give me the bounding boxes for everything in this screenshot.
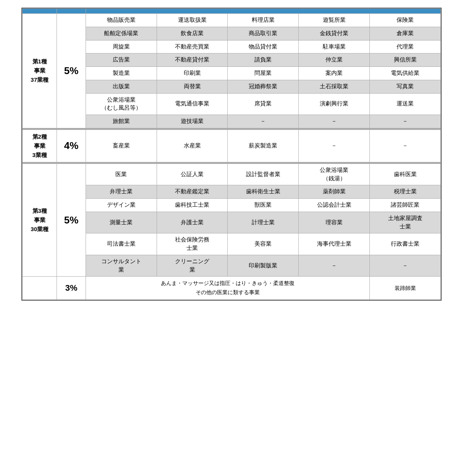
business-cell: 公認会計士業 [299, 199, 370, 212]
business-cell: 諸芸師匠業 [370, 199, 441, 212]
business-cell: － [299, 255, 370, 277]
business-cell: 代理業 [370, 40, 441, 53]
business-cell: 不動産売買業 [157, 40, 228, 53]
business-cell: 公衆浴場業 （むし風呂等） [86, 93, 157, 115]
business-cell: 設計監督者業 [228, 164, 299, 185]
business-cell: 電気供給業 [370, 67, 441, 80]
business-cell: 駐車場業 [299, 40, 370, 53]
business-cell: 旅館業 [86, 115, 157, 128]
business-cell: 歯科衛生士業 [228, 185, 299, 199]
business-cell: 問屋業 [228, 67, 299, 80]
business-cell: － [370, 130, 441, 162]
business-cell: 社会保険労務 士業 [157, 233, 228, 255]
business-cell: 物品販売業 [86, 14, 157, 27]
business-cell: 理容業 [299, 212, 370, 233]
table-row: 第1種 事業 37業種5%物品販売業運送取扱業料理店業遊覧所業保険業 [23, 14, 441, 27]
business-cell: 測量士業 [86, 212, 157, 233]
business-cell: 倉庫業 [370, 27, 441, 40]
business-cell: 歯科技工士業 [157, 199, 228, 212]
business-cell: 運送業 [370, 93, 441, 115]
business-cell: 不動産鑑定業 [157, 185, 228, 199]
business-cell: 印刷業 [157, 67, 228, 80]
business-cell: 電気通信事業 [157, 93, 228, 115]
business-cell: 冠婚葬祭業 [228, 80, 299, 93]
header-jigyou [86, 9, 440, 14]
business-cell: 畜産業 [86, 130, 157, 162]
business-cell: 写真業 [370, 80, 441, 93]
business-cell: 薪炭製造業 [228, 130, 299, 162]
business-cell: 土石採取業 [299, 80, 370, 93]
business-cell: 席貸業 [228, 93, 299, 115]
business-cell: 計理士業 [228, 212, 299, 233]
table-row: 第3種 事業 30業種5%医業公証人業設計監督者業公衆浴場業 （銭湯）歯科医業 [23, 164, 441, 185]
table-row: 第2種 事業 3業種4%畜産業水産業薪炭製造業－－ [23, 130, 441, 162]
business-cell: 印刷製版業 [228, 255, 299, 277]
business-cell: 遊覧所業 [299, 14, 370, 27]
business-cell: 演劇興行業 [299, 93, 370, 115]
header-zeritsu [57, 9, 86, 14]
rate-cell: 4% [57, 130, 86, 162]
business-cell: 両替業 [157, 80, 228, 93]
business-cell: － [370, 255, 441, 277]
business-cell: 行政書士業 [370, 233, 441, 255]
business-cell: 出版業 [86, 80, 157, 93]
business-cell: 美容業 [228, 233, 299, 255]
main-table-wrapper: 第1種 事業 37業種5%物品販売業運送取扱業料理店業遊覧所業保険業船舶定係場業… [21, 8, 442, 301]
business-cell: 金銭貸付業 [299, 27, 370, 40]
business-cell: 司法書士業 [86, 233, 157, 255]
business-cell: 保険業 [370, 14, 441, 27]
special-rate-cell: 3% [57, 277, 86, 300]
business-cell: クリーニング 業 [157, 255, 228, 277]
business-cell: － [370, 115, 441, 128]
business-cell: 運送取扱業 [157, 14, 228, 27]
header-kubun [23, 9, 57, 14]
business-cell: 請負業 [228, 53, 299, 67]
business-cell: 海事代理士業 [299, 233, 370, 255]
business-cell: 遊技場業 [157, 115, 228, 128]
business-cell: 料理店業 [228, 14, 299, 27]
business-cell: 水産業 [157, 130, 228, 162]
business-cell: 不動産貸付業 [157, 53, 228, 67]
business-cell: コンサルタント 業 [86, 255, 157, 277]
special-extra-cell: 装蹄師業 [370, 277, 441, 300]
business-cell: 物品貸付業 [228, 40, 299, 53]
category-cell: 第3種 事業 30業種 [23, 164, 57, 277]
business-cell: 広告業 [86, 53, 157, 67]
business-cell: 案内業 [299, 67, 370, 80]
business-cell: 公証人業 [157, 164, 228, 185]
business-cell: 飲食店業 [157, 27, 228, 40]
special-row: 3%あんま・マッサージ又は指圧・はり・きゅう・柔道整復 その他の医業に類する事業… [23, 277, 441, 300]
business-cell: 商品取引業 [228, 27, 299, 40]
business-cell: 医業 [86, 164, 157, 185]
business-cell: － [299, 115, 370, 128]
special-desc-cell: あんま・マッサージ又は指圧・はり・きゅう・柔道整復 その他の医業に類する事業 [86, 277, 369, 300]
business-cell: デザイン業 [86, 199, 157, 212]
rate-cell: 5% [57, 164, 86, 277]
business-cell: 船舶定係場業 [86, 27, 157, 40]
rate-cell: 5% [57, 14, 86, 128]
special-kubun-cell [23, 277, 57, 300]
business-cell: 土地家屋調査 士業 [370, 212, 441, 233]
business-cell: 歯科医業 [370, 164, 441, 185]
business-cell: － [228, 115, 299, 128]
business-cell: 興信所業 [370, 53, 441, 67]
category-cell: 第2種 事業 3業種 [23, 130, 57, 162]
business-cell: 税理士業 [370, 185, 441, 199]
business-tax-table: 第1種 事業 37業種5%物品販売業運送取扱業料理店業遊覧所業保険業船舶定係場業… [22, 8, 441, 300]
business-cell: 公衆浴場業 （銭湯） [299, 164, 370, 185]
business-cell: 製造業 [86, 67, 157, 80]
business-cell: 仲立業 [299, 53, 370, 67]
business-cell: － [299, 130, 370, 162]
business-cell: 弁護士業 [157, 212, 228, 233]
business-cell: 獣医業 [228, 199, 299, 212]
business-cell: 弁理士業 [86, 185, 157, 199]
business-cell: 薬剤師業 [299, 185, 370, 199]
category-cell: 第1種 事業 37業種 [23, 14, 57, 128]
business-cell: 周旋業 [86, 40, 157, 53]
